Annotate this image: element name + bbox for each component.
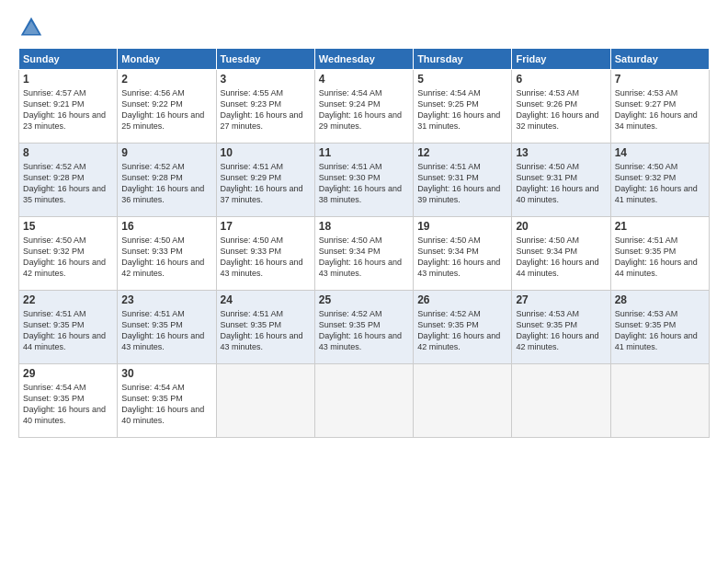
day-info: Sunrise: 4:50 AMSunset: 9:33 PMDaylight:… <box>121 235 211 280</box>
calendar-cell: 30Sunrise: 4:54 AMSunset: 9:35 PMDayligh… <box>118 364 216 438</box>
day-number: 19 <box>417 220 507 233</box>
calendar-cell: 16Sunrise: 4:50 AMSunset: 9:33 PMDayligh… <box>118 217 216 291</box>
calendar-cell: 14Sunrise: 4:50 AMSunset: 9:32 PMDayligh… <box>610 144 709 217</box>
day-info: Sunrise: 4:51 AMSunset: 9:29 PMDaylight:… <box>221 161 311 206</box>
day-info: Sunrise: 4:52 AMSunset: 9:28 PMDaylight:… <box>121 161 211 206</box>
calendar-cell: 27Sunrise: 4:53 AMSunset: 9:35 PMDayligh… <box>512 291 610 364</box>
day-info: Sunrise: 4:50 AMSunset: 9:34 PMDaylight:… <box>319 235 409 280</box>
day-number: 12 <box>417 146 507 159</box>
day-info: Sunrise: 4:51 AMSunset: 9:35 PMDaylight:… <box>23 308 113 353</box>
day-number: 25 <box>319 293 409 306</box>
day-info: Sunrise: 4:54 AMSunset: 9:35 PMDaylight:… <box>121 382 211 427</box>
calendar-cell: 13Sunrise: 4:50 AMSunset: 9:31 PMDayligh… <box>512 144 610 217</box>
day-number: 20 <box>516 220 606 233</box>
calendar-cell <box>414 364 512 438</box>
day-info: Sunrise: 4:52 AMSunset: 9:35 PMDaylight:… <box>417 308 507 353</box>
day-info: Sunrise: 4:50 AMSunset: 9:32 PMDaylight:… <box>23 235 113 280</box>
day-info: Sunrise: 4:54 AMSunset: 9:25 PMDaylight:… <box>417 87 507 132</box>
calendar-cell: 3Sunrise: 4:55 AMSunset: 9:23 PMDaylight… <box>216 70 314 144</box>
day-info: Sunrise: 4:54 AMSunset: 9:24 PMDaylight:… <box>319 87 409 132</box>
calendar-header-tuesday: Tuesday <box>216 49 314 70</box>
calendar-cell: 4Sunrise: 4:54 AMSunset: 9:24 PMDaylight… <box>314 70 413 144</box>
calendar-cell: 5Sunrise: 4:54 AMSunset: 9:25 PMDaylight… <box>414 70 512 144</box>
day-number: 26 <box>417 293 507 306</box>
day-info: Sunrise: 4:50 AMSunset: 9:31 PMDaylight:… <box>516 161 606 206</box>
day-number: 2 <box>121 73 211 86</box>
calendar-cell: 19Sunrise: 4:50 AMSunset: 9:34 PMDayligh… <box>414 217 512 291</box>
day-number: 7 <box>615 73 705 86</box>
day-info: Sunrise: 4:53 AMSunset: 9:26 PMDaylight:… <box>516 87 606 132</box>
day-number: 16 <box>121 220 211 233</box>
calendar-cell: 7Sunrise: 4:53 AMSunset: 9:27 PMDaylight… <box>610 70 709 144</box>
calendar-cell: 23Sunrise: 4:51 AMSunset: 9:35 PMDayligh… <box>118 291 216 364</box>
day-number: 6 <box>516 73 606 86</box>
page: SundayMondayTuesdayWednesdayThursdayFrid… <box>0 0 728 563</box>
day-info: Sunrise: 4:53 AMSunset: 9:27 PMDaylight:… <box>615 87 705 132</box>
calendar-cell <box>610 364 709 438</box>
day-info: Sunrise: 4:53 AMSunset: 9:35 PMDaylight:… <box>516 308 606 353</box>
calendar-header-wednesday: Wednesday <box>314 49 413 70</box>
calendar-cell: 11Sunrise: 4:51 AMSunset: 9:30 PMDayligh… <box>314 144 413 217</box>
day-info: Sunrise: 4:51 AMSunset: 9:35 PMDaylight:… <box>121 308 211 353</box>
logo <box>18 15 48 40</box>
day-info: Sunrise: 4:53 AMSunset: 9:35 PMDaylight:… <box>615 308 705 353</box>
calendar-cell: 29Sunrise: 4:54 AMSunset: 9:35 PMDayligh… <box>19 364 118 438</box>
day-info: Sunrise: 4:50 AMSunset: 9:33 PMDaylight:… <box>221 235 311 280</box>
calendar-header-monday: Monday <box>118 49 216 70</box>
day-number: 22 <box>23 293 113 306</box>
day-info: Sunrise: 4:50 AMSunset: 9:34 PMDaylight:… <box>516 235 606 280</box>
day-number: 30 <box>121 367 211 380</box>
day-number: 23 <box>121 293 211 306</box>
day-number: 5 <box>417 73 507 86</box>
day-info: Sunrise: 4:55 AMSunset: 9:23 PMDaylight:… <box>221 87 311 132</box>
calendar-cell: 20Sunrise: 4:50 AMSunset: 9:34 PMDayligh… <box>512 217 610 291</box>
day-number: 29 <box>23 367 113 380</box>
day-number: 9 <box>121 146 211 159</box>
day-info: Sunrise: 4:51 AMSunset: 9:31 PMDaylight:… <box>417 161 507 206</box>
calendar-week-row: 22Sunrise: 4:51 AMSunset: 9:35 PMDayligh… <box>19 291 710 364</box>
calendar-cell: 18Sunrise: 4:50 AMSunset: 9:34 PMDayligh… <box>314 217 413 291</box>
calendar-header-friday: Friday <box>512 49 610 70</box>
calendar-week-row: 1Sunrise: 4:57 AMSunset: 9:21 PMDaylight… <box>19 70 710 144</box>
calendar-cell: 26Sunrise: 4:52 AMSunset: 9:35 PMDayligh… <box>414 291 512 364</box>
calendar-cell: 28Sunrise: 4:53 AMSunset: 9:35 PMDayligh… <box>610 291 709 364</box>
calendar-table: SundayMondayTuesdayWednesdayThursdayFrid… <box>18 48 710 438</box>
calendar-cell <box>216 364 314 438</box>
day-number: 4 <box>319 73 409 86</box>
calendar-cell: 2Sunrise: 4:56 AMSunset: 9:22 PMDaylight… <box>118 70 216 144</box>
calendar-week-row: 15Sunrise: 4:50 AMSunset: 9:32 PMDayligh… <box>19 217 710 291</box>
day-info: Sunrise: 4:50 AMSunset: 9:32 PMDaylight:… <box>615 161 705 206</box>
day-number: 18 <box>319 220 409 233</box>
calendar-cell: 17Sunrise: 4:50 AMSunset: 9:33 PMDayligh… <box>216 217 314 291</box>
day-number: 17 <box>221 220 311 233</box>
calendar-cell <box>314 364 413 438</box>
calendar-week-row: 8Sunrise: 4:52 AMSunset: 9:28 PMDaylight… <box>19 144 710 217</box>
calendar-cell: 6Sunrise: 4:53 AMSunset: 9:26 PMDaylight… <box>512 70 610 144</box>
day-number: 24 <box>221 293 311 306</box>
day-number: 8 <box>23 146 113 159</box>
day-number: 14 <box>615 146 705 159</box>
calendar-cell: 22Sunrise: 4:51 AMSunset: 9:35 PMDayligh… <box>19 291 118 364</box>
calendar-header-thursday: Thursday <box>414 49 512 70</box>
calendar-cell <box>512 364 610 438</box>
day-number: 3 <box>221 73 311 86</box>
calendar-header-row: SundayMondayTuesdayWednesdayThursdayFrid… <box>19 49 710 70</box>
calendar-cell: 15Sunrise: 4:50 AMSunset: 9:32 PMDayligh… <box>19 217 118 291</box>
day-number: 21 <box>615 220 705 233</box>
day-info: Sunrise: 4:54 AMSunset: 9:35 PMDaylight:… <box>23 382 113 427</box>
calendar-header-sunday: Sunday <box>19 49 118 70</box>
day-number: 27 <box>516 293 606 306</box>
calendar-header-saturday: Saturday <box>610 49 709 70</box>
day-number: 1 <box>23 73 113 86</box>
header <box>18 15 710 40</box>
day-number: 15 <box>23 220 113 233</box>
calendar-cell: 25Sunrise: 4:52 AMSunset: 9:35 PMDayligh… <box>314 291 413 364</box>
calendar-cell: 8Sunrise: 4:52 AMSunset: 9:28 PMDaylight… <box>19 144 118 217</box>
calendar-week-row: 29Sunrise: 4:54 AMSunset: 9:35 PMDayligh… <box>19 364 710 438</box>
day-info: Sunrise: 4:52 AMSunset: 9:28 PMDaylight:… <box>23 161 113 206</box>
calendar-cell: 12Sunrise: 4:51 AMSunset: 9:31 PMDayligh… <box>414 144 512 217</box>
day-number: 13 <box>516 146 606 159</box>
calendar-cell: 21Sunrise: 4:51 AMSunset: 9:35 PMDayligh… <box>610 217 709 291</box>
day-number: 28 <box>615 293 705 306</box>
calendar-cell: 10Sunrise: 4:51 AMSunset: 9:29 PMDayligh… <box>216 144 314 217</box>
